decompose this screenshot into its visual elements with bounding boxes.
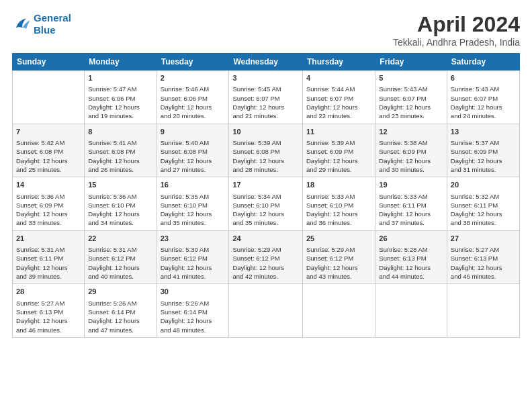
day-info: Sunrise: 5:39 AM Sunset: 6:09 PM Dayligh… (306, 138, 371, 174)
day-cell: 13Sunrise: 5:37 AM Sunset: 6:09 PM Dayli… (447, 124, 519, 177)
day-number: 18 (306, 180, 371, 190)
day-cell: 1Sunrise: 5:47 AM Sunset: 6:06 PM Daylig… (85, 71, 157, 124)
day-info: Sunrise: 5:39 AM Sunset: 6:08 PM Dayligh… (232, 138, 299, 174)
day-info: Sunrise: 5:36 AM Sunset: 6:10 PM Dayligh… (88, 192, 152, 228)
week-row-4: 21Sunrise: 5:31 AM Sunset: 6:11 PM Dayli… (13, 230, 520, 284)
title-block: April 2024 Tekkali, Andhra Pradesh, Indi… (393, 12, 520, 48)
day-info: Sunrise: 5:45 AM Sunset: 6:07 PM Dayligh… (232, 85, 299, 120)
day-cell: 20Sunrise: 5:32 AM Sunset: 6:11 PM Dayli… (447, 177, 519, 231)
day-info: Sunrise: 5:29 AM Sunset: 6:12 PM Dayligh… (306, 245, 371, 281)
day-info: Sunrise: 5:31 AM Sunset: 6:11 PM Dayligh… (16, 245, 81, 281)
day-info: Sunrise: 5:31 AM Sunset: 6:12 PM Dayligh… (88, 245, 152, 281)
day-cell: 28Sunrise: 5:27 AM Sunset: 6:13 PM Dayli… (13, 284, 85, 338)
week-row-1: 1Sunrise: 5:47 AM Sunset: 6:06 PM Daylig… (13, 71, 520, 124)
header-row: SundayMondayTuesdayWednesdayThursdayFrid… (13, 54, 520, 71)
day-number: 11 (306, 127, 371, 137)
day-number: 10 (232, 127, 299, 137)
day-number: 5 (379, 73, 443, 83)
day-number: 27 (451, 234, 516, 244)
day-cell (229, 284, 303, 338)
day-cell: 21Sunrise: 5:31 AM Sunset: 6:11 PM Dayli… (13, 230, 85, 284)
day-info: Sunrise: 5:30 AM Sunset: 6:12 PM Dayligh… (161, 245, 226, 281)
day-info: Sunrise: 5:27 AM Sunset: 6:13 PM Dayligh… (16, 299, 81, 334)
day-info: Sunrise: 5:36 AM Sunset: 6:09 PM Dayligh… (16, 192, 81, 228)
day-info: Sunrise: 5:27 AM Sunset: 6:13 PM Dayligh… (451, 245, 516, 281)
day-info: Sunrise: 5:38 AM Sunset: 6:09 PM Dayligh… (379, 138, 443, 174)
header-cell-tuesday: Tuesday (157, 54, 229, 71)
day-number: 20 (451, 180, 516, 190)
logo-line2: Blue (34, 24, 56, 36)
day-info: Sunrise: 5:44 AM Sunset: 6:07 PM Dayligh… (306, 85, 371, 120)
day-number: 21 (16, 234, 81, 244)
day-info: Sunrise: 5:47 AM Sunset: 6:06 PM Dayligh… (88, 85, 152, 120)
day-number: 19 (379, 180, 443, 190)
day-cell: 16Sunrise: 5:35 AM Sunset: 6:10 PM Dayli… (157, 177, 229, 231)
week-row-2: 7Sunrise: 5:42 AM Sunset: 6:08 PM Daylig… (13, 124, 520, 177)
day-cell: 3Sunrise: 5:45 AM Sunset: 6:07 PM Daylig… (229, 71, 303, 124)
day-number: 15 (88, 180, 152, 190)
day-cell: 12Sunrise: 5:38 AM Sunset: 6:09 PM Dayli… (375, 124, 447, 177)
month-title: April 2024 (393, 12, 520, 37)
day-number: 28 (16, 287, 81, 297)
day-number: 7 (16, 127, 81, 137)
day-info: Sunrise: 5:41 AM Sunset: 6:08 PM Dayligh… (88, 138, 152, 174)
day-number: 16 (161, 180, 226, 190)
day-info: Sunrise: 5:28 AM Sunset: 6:13 PM Dayligh… (379, 245, 443, 281)
day-number: 17 (232, 180, 299, 190)
day-info: Sunrise: 5:35 AM Sunset: 6:10 PM Dayligh… (161, 192, 226, 228)
day-cell: 29Sunrise: 5:26 AM Sunset: 6:14 PM Dayli… (85, 284, 157, 338)
day-info: Sunrise: 5:42 AM Sunset: 6:08 PM Dayligh… (16, 138, 81, 174)
day-cell: 9Sunrise: 5:40 AM Sunset: 6:08 PM Daylig… (157, 124, 229, 177)
day-cell: 17Sunrise: 5:34 AM Sunset: 6:10 PM Dayli… (229, 177, 303, 231)
day-info: Sunrise: 5:29 AM Sunset: 6:12 PM Dayligh… (232, 245, 299, 281)
day-number: 29 (88, 287, 152, 297)
day-cell: 5Sunrise: 5:43 AM Sunset: 6:07 PM Daylig… (375, 71, 447, 124)
day-cell: 27Sunrise: 5:27 AM Sunset: 6:13 PM Dayli… (447, 230, 519, 284)
day-number: 26 (379, 234, 443, 244)
day-info: Sunrise: 5:43 AM Sunset: 6:07 PM Dayligh… (379, 85, 443, 120)
day-cell: 30Sunrise: 5:26 AM Sunset: 6:14 PM Dayli… (157, 284, 229, 338)
calendar-page: General Blue April 2024 Tekkali, Andhra … (0, 0, 532, 411)
day-info: Sunrise: 5:26 AM Sunset: 6:14 PM Dayligh… (88, 299, 152, 334)
day-number: 25 (306, 234, 371, 244)
day-info: Sunrise: 5:34 AM Sunset: 6:10 PM Dayligh… (232, 192, 299, 228)
day-number: 24 (232, 234, 299, 244)
day-cell: 22Sunrise: 5:31 AM Sunset: 6:12 PM Dayli… (85, 230, 157, 284)
day-cell: 2Sunrise: 5:46 AM Sunset: 6:06 PM Daylig… (157, 71, 229, 124)
header-cell-wednesday: Wednesday (229, 54, 303, 71)
day-number: 4 (306, 73, 371, 83)
day-number: 6 (451, 73, 516, 83)
header-cell-sunday: Sunday (13, 54, 85, 71)
day-cell: 26Sunrise: 5:28 AM Sunset: 6:13 PM Dayli… (375, 230, 447, 284)
header-cell-saturday: Saturday (447, 54, 519, 71)
header-cell-friday: Friday (375, 54, 447, 71)
day-info: Sunrise: 5:40 AM Sunset: 6:08 PM Dayligh… (161, 138, 226, 174)
day-cell: 24Sunrise: 5:29 AM Sunset: 6:12 PM Dayli… (229, 230, 303, 284)
day-cell: 18Sunrise: 5:33 AM Sunset: 6:10 PM Dayli… (303, 177, 375, 231)
calendar-table: SundayMondayTuesdayWednesdayThursdayFrid… (12, 53, 520, 338)
day-cell: 11Sunrise: 5:39 AM Sunset: 6:09 PM Dayli… (303, 124, 375, 177)
day-cell: 7Sunrise: 5:42 AM Sunset: 6:08 PM Daylig… (13, 124, 85, 177)
day-cell: 10Sunrise: 5:39 AM Sunset: 6:08 PM Dayli… (229, 124, 303, 177)
logo-icon (12, 15, 31, 34)
day-number: 30 (161, 287, 226, 297)
header-cell-thursday: Thursday (303, 54, 375, 71)
day-number: 2 (161, 73, 226, 83)
day-info: Sunrise: 5:32 AM Sunset: 6:11 PM Dayligh… (451, 192, 516, 228)
day-number: 13 (451, 127, 516, 137)
week-row-5: 28Sunrise: 5:27 AM Sunset: 6:13 PM Dayli… (13, 284, 520, 338)
day-number: 1 (88, 73, 152, 83)
day-info: Sunrise: 5:33 AM Sunset: 6:10 PM Dayligh… (306, 192, 371, 228)
location-subtitle: Tekkali, Andhra Pradesh, India (393, 37, 520, 48)
day-info: Sunrise: 5:26 AM Sunset: 6:14 PM Dayligh… (161, 299, 226, 334)
day-cell: 23Sunrise: 5:30 AM Sunset: 6:12 PM Dayli… (157, 230, 229, 284)
day-cell: 6Sunrise: 5:43 AM Sunset: 6:07 PM Daylig… (447, 71, 519, 124)
week-row-3: 14Sunrise: 5:36 AM Sunset: 6:09 PM Dayli… (13, 177, 520, 231)
day-cell (303, 284, 375, 338)
day-cell (375, 284, 447, 338)
day-number: 14 (16, 180, 81, 190)
day-cell: 8Sunrise: 5:41 AM Sunset: 6:08 PM Daylig… (85, 124, 157, 177)
day-cell (13, 71, 85, 124)
day-cell: 14Sunrise: 5:36 AM Sunset: 6:09 PM Dayli… (13, 177, 85, 231)
day-cell: 19Sunrise: 5:33 AM Sunset: 6:11 PM Dayli… (375, 177, 447, 231)
